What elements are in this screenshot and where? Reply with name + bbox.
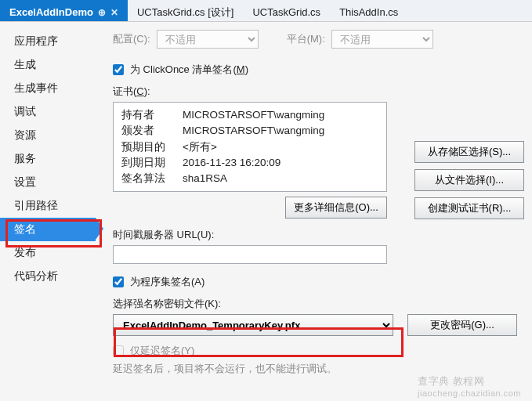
tab-label: ExcelAddInDemo [9, 6, 93, 18]
sidebar-item-build[interactable]: 生成 [0, 53, 96, 77]
sign-assembly-checkbox[interactable] [113, 276, 124, 287]
sidebar-item-refpaths[interactable]: 引用路径 [0, 194, 96, 218]
sidebar-item-resources[interactable]: 资源 [0, 124, 96, 147]
signing-pane: 配置(C): 不适用 平台(M): 不适用 为 ClickOnce 清单签名(M… [96, 22, 532, 401]
document-tabbar: ExcelAddInDemo ⊕ ✕ UCTaskGrid.cs [设计] UC… [0, 0, 532, 22]
cert-purpose-val: <所有> [183, 139, 217, 155]
main-area: 应用程序 生成 生成事件 调试 资源 服务 设置 引用路径 签名 发布 代码分析… [0, 22, 532, 401]
sidebar-item-services[interactable]: 服务 [0, 147, 96, 171]
close-icon[interactable]: ✕ [110, 7, 118, 18]
sign-clickonce-checkbox[interactable] [113, 64, 124, 75]
select-from-file-button[interactable]: 从文件选择(I)... [414, 169, 524, 191]
sidebar-item-settings[interactable]: 设置 [0, 171, 96, 194]
select-from-store-button[interactable]: 从存储区选择(S)... [414, 141, 524, 163]
tab-uctaskgrid-design[interactable]: UCTaskGrid.cs [设计] [128, 0, 244, 21]
key-file-label-row: 选择强名称密钥文件(K): [113, 297, 523, 311]
watermark-line1: 查字典 教程网 [418, 375, 484, 387]
cert-expire-key: 到期日期 [121, 155, 183, 171]
cert-buttons-column: 从存储区选择(S)... 从文件选择(I)... 创建测试证书(R)... [414, 141, 524, 219]
sign-clickonce-label: 为 ClickOnce 清单签名(M) [130, 63, 248, 77]
cert-holder-val: MICROSTARSOFT\wangming [183, 107, 324, 123]
sidebar-item-debug[interactable]: 调试 [0, 100, 96, 124]
watermark-line2: jiaocheng.chazidian.com [418, 388, 521, 398]
cert-section-label: 证书(C): [113, 85, 150, 99]
project-properties-sidebar: 应用程序 生成 生成事件 调试 资源 服务 设置 引用路径 签名 发布 代码分析 [0, 22, 96, 401]
timestamp-label-row: 时间戳服务器 URL(U): [113, 228, 523, 242]
delay-sign-label: 仅延迟签名(Y) [130, 344, 194, 358]
sign-assembly-label: 为程序集签名(A) [130, 275, 204, 289]
tab-excel-addin-demo[interactable]: ExcelAddInDemo ⊕ ✕ [0, 0, 128, 21]
tab-label: ThisAddIn.cs [339, 6, 398, 18]
key-file-row: ExcelAddInDemo_TemporaryKey.pfx 更改密码(G).… [113, 314, 523, 336]
create-test-cert-button[interactable]: 创建测试证书(R)... [414, 197, 524, 219]
timestamp-input-row [113, 245, 523, 264]
tab-uctaskgrid-cs[interactable]: UCTaskGrid.cs [243, 0, 330, 21]
config-select: 不适用 [157, 30, 259, 49]
cert-algo-key: 签名算法 [121, 171, 183, 186]
sidebar-item-app[interactable]: 应用程序 [0, 30, 96, 53]
sidebar-item-publish[interactable]: 发布 [0, 241, 96, 265]
cert-holder-key: 持有者 [121, 107, 183, 123]
cert-issuer-key: 颁发者 [121, 123, 183, 139]
delay-sign-row: 仅延迟签名(Y) [113, 344, 523, 358]
cert-algo-val: sha1RSA [183, 171, 227, 186]
sidebar-item-signing[interactable]: 签名 [0, 218, 96, 241]
sidebar-item-build-events[interactable]: 生成事件 [0, 77, 96, 100]
timestamp-url-input[interactable] [113, 245, 387, 264]
platform-select: 不适用 [331, 30, 433, 49]
sidebar-item-code-analysis[interactable]: 代码分析 [0, 265, 96, 288]
timestamp-label: 时间戳服务器 URL(U): [113, 228, 214, 242]
key-file-label: 选择强名称密钥文件(K): [113, 297, 221, 311]
change-password-button[interactable]: 更改密码(G)... [407, 314, 517, 336]
tab-label: UCTaskGrid.cs [252, 6, 320, 18]
platform-label: 平台(M): [287, 32, 325, 46]
more-detail-button[interactable]: 更多详细信息(O)... [285, 197, 387, 219]
more-detail-row: 更多详细信息(O)... [113, 197, 387, 219]
sign-assembly-row: 为程序集签名(A) [113, 275, 523, 289]
config-label: 配置(C): [113, 32, 150, 46]
config-platform-row: 配置(C): 不适用 平台(M): 不适用 [113, 30, 523, 49]
cert-section-label-row: 证书(C): [113, 85, 523, 99]
watermark: 查字典 教程网 jiaocheng.chazidian.com [418, 374, 521, 398]
certificate-info-box: 持有者MICROSTARSOFT\wangming 颁发者MICROSTARSO… [113, 102, 387, 192]
tab-thisaddin-cs[interactable]: ThisAddIn.cs [330, 0, 407, 21]
cert-purpose-key: 预期目的 [121, 139, 183, 155]
cert-issuer-val: MICROSTARSOFT\wangming [183, 123, 324, 139]
cert-expire-val: 2016-11-23 16:20:09 [183, 155, 280, 171]
tab-label: UCTaskGrid.cs [设计] [137, 5, 234, 20]
pin-icon[interactable]: ⊕ [98, 7, 106, 18]
sign-clickonce-row: 为 ClickOnce 清单签名(M) [113, 63, 523, 77]
key-file-select[interactable]: ExcelAddInDemo_TemporaryKey.pfx [113, 314, 393, 336]
delay-sign-checkbox [113, 345, 124, 356]
delay-sign-hint: 延迟签名后，项目将不会运行，也不能进行调试。 [113, 363, 337, 376]
